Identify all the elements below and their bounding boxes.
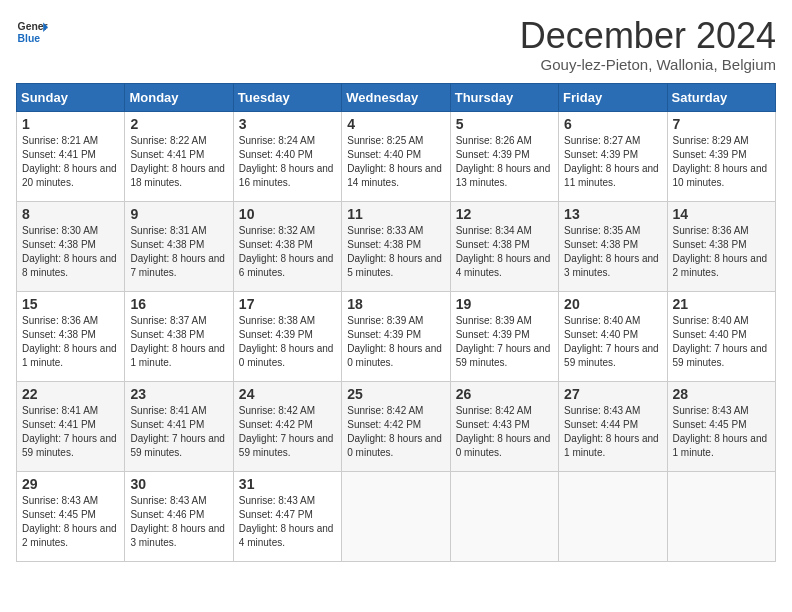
location-subtitle: Gouy-lez-Pieton, Wallonia, Belgium xyxy=(520,56,776,73)
table-row: 16 Sunrise: 8:37 AMSunset: 4:38 PMDaylig… xyxy=(125,291,233,381)
title-area: December 2024 Gouy-lez-Pieton, Wallonia,… xyxy=(520,16,776,73)
day-number: 28 xyxy=(673,386,770,402)
table-row: 12 Sunrise: 8:34 AMSunset: 4:38 PMDaylig… xyxy=(450,201,558,291)
day-number: 7 xyxy=(673,116,770,132)
calendar-header-friday: Friday xyxy=(559,83,667,111)
day-number: 13 xyxy=(564,206,661,222)
day-info: Sunrise: 8:30 AMSunset: 4:38 PMDaylight:… xyxy=(22,225,117,278)
table-row: 10 Sunrise: 8:32 AMSunset: 4:38 PMDaylig… xyxy=(233,201,341,291)
calendar-body: 1 Sunrise: 8:21 AMSunset: 4:41 PMDayligh… xyxy=(17,111,776,561)
day-info: Sunrise: 8:32 AMSunset: 4:38 PMDaylight:… xyxy=(239,225,334,278)
day-number: 5 xyxy=(456,116,553,132)
day-number: 4 xyxy=(347,116,444,132)
table-row: 28 Sunrise: 8:43 AMSunset: 4:45 PMDaylig… xyxy=(667,381,775,471)
table-row: 11 Sunrise: 8:33 AMSunset: 4:38 PMDaylig… xyxy=(342,201,450,291)
calendar-header-wednesday: Wednesday xyxy=(342,83,450,111)
day-number: 15 xyxy=(22,296,119,312)
table-row: 9 Sunrise: 8:31 AMSunset: 4:38 PMDayligh… xyxy=(125,201,233,291)
day-number: 25 xyxy=(347,386,444,402)
calendar-header-monday: Monday xyxy=(125,83,233,111)
table-row: 20 Sunrise: 8:40 AMSunset: 4:40 PMDaylig… xyxy=(559,291,667,381)
page-header: General Blue December 2024 Gouy-lez-Piet… xyxy=(16,16,776,73)
calendar-week-row: 1 Sunrise: 8:21 AMSunset: 4:41 PMDayligh… xyxy=(17,111,776,201)
table-row xyxy=(450,471,558,561)
table-row: 4 Sunrise: 8:25 AMSunset: 4:40 PMDayligh… xyxy=(342,111,450,201)
day-info: Sunrise: 8:27 AMSunset: 4:39 PMDaylight:… xyxy=(564,135,659,188)
table-row: 13 Sunrise: 8:35 AMSunset: 4:38 PMDaylig… xyxy=(559,201,667,291)
day-info: Sunrise: 8:43 AMSunset: 4:45 PMDaylight:… xyxy=(22,495,117,548)
day-number: 21 xyxy=(673,296,770,312)
table-row: 19 Sunrise: 8:39 AMSunset: 4:39 PMDaylig… xyxy=(450,291,558,381)
day-number: 30 xyxy=(130,476,227,492)
table-row: 14 Sunrise: 8:36 AMSunset: 4:38 PMDaylig… xyxy=(667,201,775,291)
day-info: Sunrise: 8:39 AMSunset: 4:39 PMDaylight:… xyxy=(347,315,442,368)
day-number: 29 xyxy=(22,476,119,492)
table-row xyxy=(667,471,775,561)
day-number: 20 xyxy=(564,296,661,312)
table-row: 23 Sunrise: 8:41 AMSunset: 4:41 PMDaylig… xyxy=(125,381,233,471)
table-row: 21 Sunrise: 8:40 AMSunset: 4:40 PMDaylig… xyxy=(667,291,775,381)
table-row: 27 Sunrise: 8:43 AMSunset: 4:44 PMDaylig… xyxy=(559,381,667,471)
day-info: Sunrise: 8:40 AMSunset: 4:40 PMDaylight:… xyxy=(564,315,659,368)
table-row: 24 Sunrise: 8:42 AMSunset: 4:42 PMDaylig… xyxy=(233,381,341,471)
day-number: 12 xyxy=(456,206,553,222)
day-number: 11 xyxy=(347,206,444,222)
day-info: Sunrise: 8:41 AMSunset: 4:41 PMDaylight:… xyxy=(22,405,117,458)
day-number: 26 xyxy=(456,386,553,402)
logo: General Blue xyxy=(16,16,48,48)
day-info: Sunrise: 8:33 AMSunset: 4:38 PMDaylight:… xyxy=(347,225,442,278)
table-row: 22 Sunrise: 8:41 AMSunset: 4:41 PMDaylig… xyxy=(17,381,125,471)
table-row: 31 Sunrise: 8:43 AMSunset: 4:47 PMDaylig… xyxy=(233,471,341,561)
day-number: 31 xyxy=(239,476,336,492)
table-row: 8 Sunrise: 8:30 AMSunset: 4:38 PMDayligh… xyxy=(17,201,125,291)
day-info: Sunrise: 8:42 AMSunset: 4:42 PMDaylight:… xyxy=(239,405,334,458)
day-info: Sunrise: 8:42 AMSunset: 4:42 PMDaylight:… xyxy=(347,405,442,458)
day-info: Sunrise: 8:42 AMSunset: 4:43 PMDaylight:… xyxy=(456,405,551,458)
day-info: Sunrise: 8:40 AMSunset: 4:40 PMDaylight:… xyxy=(673,315,768,368)
day-info: Sunrise: 8:21 AMSunset: 4:41 PMDaylight:… xyxy=(22,135,117,188)
day-number: 10 xyxy=(239,206,336,222)
calendar-week-row: 29 Sunrise: 8:43 AMSunset: 4:45 PMDaylig… xyxy=(17,471,776,561)
day-info: Sunrise: 8:22 AMSunset: 4:41 PMDaylight:… xyxy=(130,135,225,188)
month-title: December 2024 xyxy=(520,16,776,56)
day-info: Sunrise: 8:41 AMSunset: 4:41 PMDaylight:… xyxy=(130,405,225,458)
day-number: 1 xyxy=(22,116,119,132)
table-row: 30 Sunrise: 8:43 AMSunset: 4:46 PMDaylig… xyxy=(125,471,233,561)
day-number: 16 xyxy=(130,296,227,312)
day-number: 22 xyxy=(22,386,119,402)
table-row xyxy=(559,471,667,561)
day-number: 17 xyxy=(239,296,336,312)
day-number: 23 xyxy=(130,386,227,402)
day-number: 9 xyxy=(130,206,227,222)
day-info: Sunrise: 8:34 AMSunset: 4:38 PMDaylight:… xyxy=(456,225,551,278)
day-info: Sunrise: 8:25 AMSunset: 4:40 PMDaylight:… xyxy=(347,135,442,188)
day-number: 18 xyxy=(347,296,444,312)
table-row: 15 Sunrise: 8:36 AMSunset: 4:38 PMDaylig… xyxy=(17,291,125,381)
calendar-header-row: SundayMondayTuesdayWednesdayThursdayFrid… xyxy=(17,83,776,111)
calendar-week-row: 8 Sunrise: 8:30 AMSunset: 4:38 PMDayligh… xyxy=(17,201,776,291)
table-row: 5 Sunrise: 8:26 AMSunset: 4:39 PMDayligh… xyxy=(450,111,558,201)
calendar-week-row: 15 Sunrise: 8:36 AMSunset: 4:38 PMDaylig… xyxy=(17,291,776,381)
day-number: 2 xyxy=(130,116,227,132)
calendar-header-saturday: Saturday xyxy=(667,83,775,111)
table-row: 26 Sunrise: 8:42 AMSunset: 4:43 PMDaylig… xyxy=(450,381,558,471)
day-info: Sunrise: 8:36 AMSunset: 4:38 PMDaylight:… xyxy=(673,225,768,278)
day-info: Sunrise: 8:36 AMSunset: 4:38 PMDaylight:… xyxy=(22,315,117,368)
day-info: Sunrise: 8:43 AMSunset: 4:46 PMDaylight:… xyxy=(130,495,225,548)
day-info: Sunrise: 8:24 AMSunset: 4:40 PMDaylight:… xyxy=(239,135,334,188)
calendar-header-thursday: Thursday xyxy=(450,83,558,111)
calendar-header-tuesday: Tuesday xyxy=(233,83,341,111)
table-row: 3 Sunrise: 8:24 AMSunset: 4:40 PMDayligh… xyxy=(233,111,341,201)
table-row: 17 Sunrise: 8:38 AMSunset: 4:39 PMDaylig… xyxy=(233,291,341,381)
calendar-header-sunday: Sunday xyxy=(17,83,125,111)
day-info: Sunrise: 8:35 AMSunset: 4:38 PMDaylight:… xyxy=(564,225,659,278)
table-row: 29 Sunrise: 8:43 AMSunset: 4:45 PMDaylig… xyxy=(17,471,125,561)
day-number: 27 xyxy=(564,386,661,402)
day-number: 14 xyxy=(673,206,770,222)
table-row: 25 Sunrise: 8:42 AMSunset: 4:42 PMDaylig… xyxy=(342,381,450,471)
calendar-week-row: 22 Sunrise: 8:41 AMSunset: 4:41 PMDaylig… xyxy=(17,381,776,471)
table-row: 7 Sunrise: 8:29 AMSunset: 4:39 PMDayligh… xyxy=(667,111,775,201)
table-row: 18 Sunrise: 8:39 AMSunset: 4:39 PMDaylig… xyxy=(342,291,450,381)
day-number: 24 xyxy=(239,386,336,402)
day-number: 8 xyxy=(22,206,119,222)
